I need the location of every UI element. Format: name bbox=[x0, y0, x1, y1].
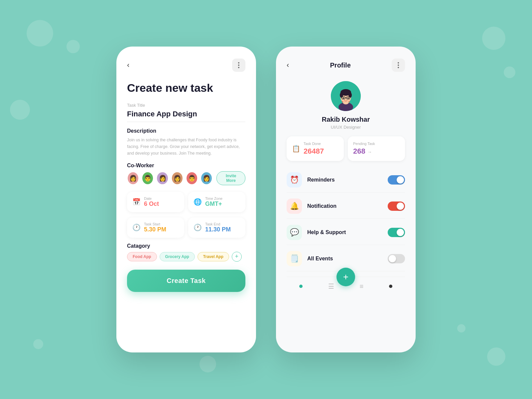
task-start-label: Task Start bbox=[144, 222, 166, 226]
date-info: Date 6 Oct bbox=[144, 197, 159, 207]
header-row: ‹ bbox=[127, 59, 245, 72]
timezone-info: Time Zone GMT+ bbox=[205, 197, 222, 207]
task-times-grid: 🕐 Task Start 5.30 PM 🕐 Task End 11.30 PM bbox=[127, 217, 245, 238]
avatar-illustration bbox=[331, 81, 361, 111]
description-label: Description bbox=[127, 128, 245, 134]
timezone-icon: 🌐 bbox=[194, 198, 202, 206]
clock-start-icon: 🕐 bbox=[132, 223, 141, 231]
pending-task-value: 268 → bbox=[353, 147, 375, 156]
pending-task-label: Pending Task bbox=[353, 142, 375, 146]
timezone-value: GMT+ bbox=[205, 200, 222, 207]
user-role: UI/UX Designer bbox=[331, 125, 361, 130]
clock-end-icon: 🕐 bbox=[194, 223, 202, 231]
menu-button[interactable] bbox=[232, 59, 245, 72]
nav-home-indicator[interactable] bbox=[299, 285, 303, 288]
stats-row: 📋 Task Done 26487 Pending Task 268 → bbox=[287, 136, 405, 161]
all-events-label: All Events bbox=[307, 256, 388, 262]
reminders-label: Reminders bbox=[307, 177, 388, 183]
date-timezone-grid: 📅 Date 6 Oct 🌐 Time Zone GMT+ bbox=[127, 192, 245, 212]
back-button[interactable]: ‹ bbox=[127, 61, 129, 69]
date-card[interactable]: 📅 Date 6 Oct bbox=[127, 192, 184, 212]
task-done-info: Task Done 26487 bbox=[304, 142, 324, 156]
avatar-2: 👨 bbox=[142, 172, 154, 185]
notification-label: Notification bbox=[307, 203, 388, 209]
task-end-card[interactable]: 🕐 Task End 11.30 PM bbox=[188, 217, 245, 238]
tags-row: Food App Grocery App Travel App + bbox=[127, 252, 245, 262]
profile-title: Profile bbox=[289, 62, 392, 69]
avatar-3: 👩 bbox=[156, 172, 168, 185]
tag-grocery-app[interactable]: Grocery App bbox=[160, 252, 195, 261]
category-label: Catagory bbox=[127, 243, 245, 249]
svg-point-10 bbox=[343, 97, 344, 99]
task-title-label: Task Title bbox=[127, 103, 245, 108]
bottom-nav: ☰ + ≡ bbox=[287, 277, 405, 290]
category-section: Catagory Food App Grocery App Travel App… bbox=[127, 243, 245, 262]
task-done-card[interactable]: 📋 Task Done 26487 bbox=[287, 136, 344, 161]
events-icon: 🗒️ bbox=[290, 254, 299, 263]
task-done-value: 26487 bbox=[304, 147, 324, 156]
fab-button[interactable]: + bbox=[336, 268, 355, 286]
timezone-card[interactable]: 🌐 Time Zone GMT+ bbox=[188, 192, 245, 212]
pending-task-info: Pending Task 268 → bbox=[353, 142, 375, 156]
bell-icon: 🔔 bbox=[290, 202, 299, 210]
toggle-knob bbox=[397, 229, 404, 236]
profile-avatar-section: Rakib Kowshar UI/UX Designer bbox=[287, 81, 405, 130]
timezone-label: Time Zone bbox=[205, 197, 222, 200]
avatars-row: 👩 👨 👩 👩 👨 👩 Invite More bbox=[127, 171, 245, 185]
task-start-card[interactable]: 🕐 Task Start 5.30 PM bbox=[127, 217, 184, 238]
profile-header: ‹ Profile bbox=[287, 59, 405, 72]
invite-more-button[interactable]: Invite More bbox=[216, 171, 245, 185]
svg-point-12 bbox=[342, 101, 343, 102]
date-value: 6 Oct bbox=[144, 200, 159, 207]
tag-travel-app[interactable]: Travel App bbox=[198, 252, 229, 261]
date-label: Date bbox=[144, 197, 159, 200]
page-title: Create new task bbox=[127, 81, 245, 95]
setting-help-support[interactable]: 💬 Help & Support bbox=[287, 220, 405, 245]
help-icon-wrap: 💬 bbox=[287, 225, 302, 240]
setting-reminders[interactable]: ⏰ Reminders bbox=[287, 168, 405, 193]
toggle-knob bbox=[397, 176, 404, 184]
svg-point-11 bbox=[347, 97, 349, 99]
right-phone: ‹ Profile bbox=[276, 47, 416, 352]
task-end-info: Task End 11.30 PM bbox=[205, 222, 231, 233]
nav-list-icon[interactable]: ≡ bbox=[359, 283, 363, 290]
profile-menu-button[interactable] bbox=[392, 59, 405, 72]
pending-task-card[interactable]: Pending Task 268 → bbox=[348, 136, 405, 161]
task-start-info: Task Start 5.30 PM bbox=[144, 222, 166, 233]
tag-food-app[interactable]: Food App bbox=[127, 252, 157, 261]
coworker-label: Co-Worker bbox=[127, 163, 245, 169]
notification-toggle[interactable] bbox=[388, 201, 405, 211]
help-support-label: Help & Support bbox=[307, 229, 388, 235]
svg-point-13 bbox=[348, 101, 350, 102]
toggle-knob bbox=[397, 202, 404, 210]
setting-notification[interactable]: 🔔 Notification bbox=[287, 194, 405, 219]
avatar-1: 👩 bbox=[127, 172, 139, 185]
reminders-icon-wrap: ⏰ bbox=[287, 172, 302, 188]
avatar-4: 👩 bbox=[171, 172, 183, 185]
all-events-toggle[interactable] bbox=[388, 254, 405, 263]
settings-list: ⏰ Reminders 🔔 Notification bbox=[287, 168, 405, 271]
task-done-icon: 📋 bbox=[292, 145, 300, 153]
alarm-icon: ⏰ bbox=[290, 176, 299, 184]
help-support-toggle[interactable] bbox=[388, 228, 405, 237]
events-icon-wrap: 🗒️ bbox=[287, 251, 302, 266]
user-name: Rakib Kowshar bbox=[322, 116, 370, 123]
calendar-icon: 📅 bbox=[132, 198, 141, 206]
task-end-label: Task End bbox=[205, 222, 231, 226]
task-done-label: Task Done bbox=[304, 142, 324, 146]
chat-icon: 💬 bbox=[290, 228, 299, 237]
nav-menu-icon[interactable]: ☰ bbox=[328, 282, 334, 290]
phones-container: ‹ Create new task Task Title Finance App… bbox=[116, 47, 416, 352]
add-tag-button[interactable]: + bbox=[232, 252, 242, 262]
profile-back-button[interactable]: ‹ bbox=[287, 61, 289, 69]
avatar bbox=[331, 81, 361, 111]
reminders-toggle[interactable] bbox=[388, 175, 405, 185]
coworker-section: Co-Worker 👩 👨 👩 👩 👨 👩 Invite More bbox=[127, 163, 245, 185]
task-start-value: 5.30 PM bbox=[144, 226, 166, 233]
create-task-button[interactable]: Create Task bbox=[127, 270, 245, 292]
avatar-6: 👩 bbox=[200, 172, 212, 185]
nav-profile-indicator[interactable] bbox=[389, 285, 392, 288]
notification-icon-wrap: 🔔 bbox=[287, 199, 302, 214]
left-phone: ‹ Create new task Task Title Finance App… bbox=[116, 47, 256, 352]
toggle-knob bbox=[389, 255, 396, 262]
